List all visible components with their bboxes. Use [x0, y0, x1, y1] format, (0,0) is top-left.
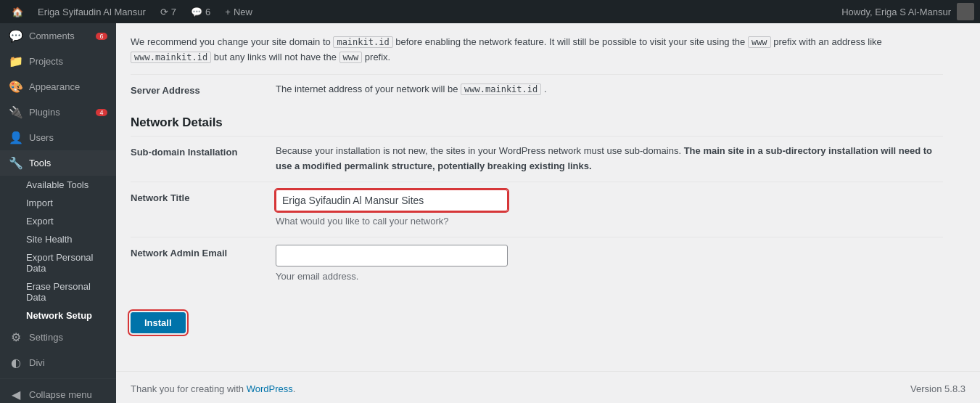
admin-email-input[interactable]	[276, 245, 508, 266]
server-address-text: The internet address of your network wil…	[276, 84, 458, 94]
server-address-row: Server Address The internet address of y…	[131, 74, 943, 105]
mainkit-code-2: www.mainkit.id	[131, 52, 211, 63]
divi-icon: ◐	[9, 356, 23, 370]
server-address-code: www.mainkit.id	[461, 84, 541, 95]
plugins-icon: 🔌	[9, 105, 23, 119]
site-name-text: Eriga Syifaudin Al Mansur	[38, 7, 146, 17]
sidebar-item-label: Comments	[29, 30, 88, 41]
sidebar-item-appearance[interactable]: 🎨 Appearance	[0, 74, 116, 99]
network-title-label: Network Title	[131, 190, 276, 203]
sidebar-divider	[0, 378, 116, 379]
new-label: New	[234, 7, 252, 17]
network-title-row: Network Title What would you like to cal…	[131, 182, 943, 237]
admin-email-hint: Your email address.	[276, 269, 943, 285]
submenu-label: Site Health	[26, 234, 73, 245]
appearance-icon: 🎨	[9, 80, 23, 94]
footer-static-text: Thank you for creating with	[131, 383, 244, 394]
www-code-2: www	[339, 52, 363, 63]
submenu-label: Import	[26, 198, 53, 208]
footer-text: Thank you for creating with WordPress.	[131, 383, 295, 394]
sidebar-item-label: Projects	[29, 56, 107, 67]
submenu-available-tools[interactable]: Available Tools	[0, 176, 116, 194]
intro-text-4: but any links will not have the	[214, 52, 337, 62]
submenu-export-personal-data[interactable]: Export Personal Data	[0, 248, 116, 277]
sidebar-item-label: Divi	[29, 357, 107, 368]
subdomain-text: Because your installation is not new, th…	[276, 145, 932, 171]
server-address-suffix: .	[544, 84, 547, 94]
submenu-label: Erase Personal Data	[26, 281, 107, 303]
sidebar-item-label: Plugins	[29, 107, 88, 118]
user-avatar[interactable]	[957, 3, 974, 20]
intro-text-5: prefix.	[365, 52, 390, 62]
sidebar-item-label: Users	[29, 132, 107, 143]
main-content: We recommend you change your site domain…	[116, 23, 980, 403]
plugins-badge: 4	[96, 109, 107, 116]
subdomain-row: Sub-domain Installation Because your ins…	[131, 136, 943, 182]
adminbar-comments[interactable]: 💬 6	[185, 0, 216, 23]
server-address-label: Server Address	[131, 82, 276, 96]
version-text: Version 5.8.3	[910, 383, 965, 394]
sidebar-item-comments[interactable]: 💬 Comments 6	[0, 23, 116, 49]
comments-badge: 6	[96, 33, 107, 40]
sidebar-collapse[interactable]: ◀ Collapse menu	[0, 382, 116, 403]
admin-bar: 🏠 Eriga Syifaudin Al Mansur ⟳ 7 💬 6 + Ne…	[0, 0, 980, 23]
install-section: Install	[131, 304, 943, 342]
submenu-label: Available Tools	[26, 179, 88, 190]
submenu-network-setup[interactable]: Network Setup	[0, 306, 116, 325]
adminbar-updates[interactable]: ⟳ 7	[155, 0, 182, 23]
comments-icon: 💬	[191, 7, 202, 17]
subdomain-text-1: Because your installation is not new, th…	[276, 145, 681, 156]
howdy-text: Howdy, Eriga S Al-Mansur	[841, 7, 951, 17]
network-title-input[interactable]	[276, 190, 508, 211]
settings-icon: ⚙	[9, 330, 23, 344]
sidebar-item-label: Settings	[29, 332, 107, 343]
sidebar-item-label: Appearance	[29, 81, 107, 92]
submenu-import[interactable]: Import	[0, 194, 116, 212]
sidebar-item-tools[interactable]: 🔧 Tools	[0, 150, 116, 176]
users-icon: 👤	[9, 131, 23, 144]
comments-count: 6	[205, 7, 210, 17]
intro-text-1: We recommend you change your site domain…	[131, 36, 331, 47]
updates-count: 7	[171, 7, 176, 17]
sidebar: 💬 Comments 6 📁 Projects 🎨 Appearance 🔌 P…	[0, 23, 116, 403]
adminbar-right: Howdy, Eriga S Al-Mansur	[841, 3, 974, 20]
tools-icon: 🔧	[9, 156, 23, 170]
sidebar-item-settings[interactable]: ⚙ Settings	[0, 325, 116, 350]
network-title-field: What would you like to call your network…	[276, 190, 943, 229]
projects-icon: 📁	[9, 54, 23, 68]
updates-icon: ⟳	[160, 7, 168, 17]
submenu-site-health[interactable]: Site Health	[0, 230, 116, 248]
admin-email-row: Network Admin Email Your email address.	[131, 237, 943, 292]
submenu-label: Export Personal Data	[26, 252, 107, 274]
sidebar-item-users[interactable]: 👤 Users	[0, 125, 116, 150]
adminbar-new[interactable]: + New	[219, 0, 258, 23]
server-address-value: The internet address of your network wil…	[276, 82, 943, 97]
sidebar-item-label: Collapse menu	[29, 389, 107, 400]
admin-email-label: Network Admin Email	[131, 245, 276, 259]
submenu-label: Network Setup	[26, 310, 92, 321]
sidebar-item-divi[interactable]: ◐ Divi	[0, 350, 116, 375]
wp-icon: 🏠	[12, 7, 23, 17]
submenu-erase-personal-data[interactable]: Erase Personal Data	[0, 277, 116, 306]
network-details-heading: Network Details	[131, 115, 943, 130]
page-footer: Thank you for creating with WordPress. V…	[116, 371, 980, 403]
intro-paragraph: We recommend you change your site domain…	[131, 35, 943, 65]
mainkit-code-1: mainkit.id	[333, 36, 392, 48]
www-code: www	[748, 36, 771, 48]
adminbar-wp-logo[interactable]: 🏠	[6, 0, 29, 23]
subdomain-label: Sub-domain Installation	[131, 144, 276, 158]
submenu-label: Export	[26, 216, 54, 227]
network-title-hint: What would you like to call your network…	[276, 214, 943, 229]
sidebar-item-projects[interactable]: 📁 Projects	[0, 49, 116, 74]
comments-icon: 💬	[9, 29, 23, 43]
subdomain-value: Because your installation is not new, th…	[276, 144, 943, 174]
adminbar-site-name[interactable]: Eriga Syifaudin Al Mansur	[32, 0, 152, 23]
submenu-export[interactable]: Export	[0, 212, 116, 230]
collapse-icon: ◀	[9, 388, 23, 402]
admin-email-field: Your email address.	[276, 245, 943, 285]
footer-wordpress-link[interactable]: WordPress	[247, 383, 293, 394]
install-button[interactable]: Install	[131, 312, 186, 333]
sidebar-item-plugins[interactable]: 🔌 Plugins 4	[0, 99, 116, 125]
intro-text-3: prefix with an address like	[773, 36, 882, 47]
plus-icon: +	[225, 7, 231, 17]
